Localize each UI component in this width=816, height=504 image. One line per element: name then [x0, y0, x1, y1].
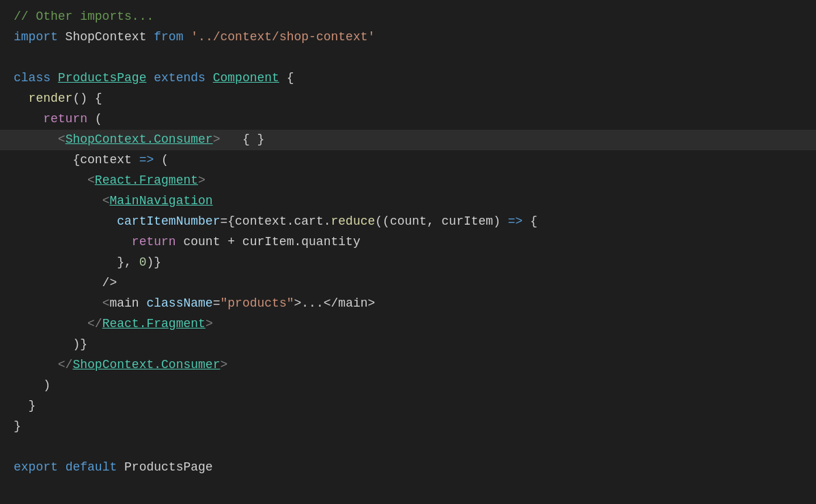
arrow-token: =>	[508, 212, 523, 232]
bracket-token: >	[213, 130, 221, 150]
extends-keyword: extends	[154, 68, 206, 88]
default-keyword: default	[66, 458, 117, 477]
plain-token	[146, 68, 154, 88]
code-line: )	[0, 376, 816, 396]
bracket-token: <	[87, 171, 95, 191]
code-line: </React.Fragment>	[0, 314, 816, 335]
code-line: )}	[0, 335, 816, 355]
string-token: "products"	[220, 294, 294, 313]
plain-token: {	[522, 212, 537, 232]
plain-token	[51, 68, 58, 88]
plain-token	[14, 294, 102, 313]
code-line: <MainNavigation	[0, 191, 816, 212]
tag-token: MainNavigation	[109, 191, 212, 211]
plain-token	[14, 355, 58, 375]
plain-token: main	[109, 294, 146, 313]
plain-token	[14, 212, 117, 232]
bracket-token: <	[58, 130, 66, 150]
plain-token	[183, 27, 191, 47]
plain-token: )}	[14, 335, 87, 354]
plain-token: {context	[14, 150, 139, 170]
plain-token: (	[154, 150, 169, 170]
plain-token: =	[213, 294, 221, 313]
plain-token: ShopContext	[58, 27, 154, 47]
bracket-token: >	[198, 171, 206, 191]
code-line: export default ProductsPage	[0, 458, 816, 478]
from-keyword: from	[154, 27, 183, 47]
method-token: render	[29, 89, 73, 109]
plain-token	[14, 191, 102, 211]
plain-token: (	[87, 109, 102, 129]
keyword-token: class	[14, 68, 51, 88]
code-line	[0, 437, 816, 458]
return-keyword: return	[132, 232, 176, 252]
code-line: }	[0, 417, 816, 437]
tag-token: ShopContext.Consumer	[72, 355, 220, 375]
plain-token: ={context.cart.	[220, 212, 330, 232]
code-line	[0, 48, 816, 68]
keyword-token: import	[14, 27, 58, 47]
code-line: }	[0, 396, 816, 417]
prop-token: cartItemNumber	[117, 212, 220, 232]
code-line: />	[0, 273, 816, 294]
method-token: reduce	[331, 212, 376, 232]
plain-token	[14, 130, 58, 150]
bracket-token: >	[206, 314, 213, 334]
bracket-token: </	[58, 355, 73, 375]
code-line: cartItemNumber={context.cart.reduce((cou…	[0, 212, 816, 232]
arrow-token: =>	[139, 150, 154, 170]
plain-token: }	[14, 396, 36, 416]
tag-token: ShopContext.Consumer	[66, 130, 213, 150]
bracket-token: <	[102, 294, 110, 313]
code-line: import ShopContext from '../context/shop…	[0, 27, 816, 48]
code-line: // Other imports...	[0, 7, 816, 27]
tag-token: React.Fragment	[102, 314, 206, 334]
plain-token: { }	[220, 130, 264, 150]
plain-token: () {	[72, 89, 102, 109]
bracket-token: <	[102, 191, 110, 211]
plain-token	[14, 109, 43, 129]
plain-token	[14, 314, 87, 334]
class-token: Component	[213, 68, 279, 88]
plain-token: )	[14, 376, 51, 395]
plain-token: ProductsPage	[117, 458, 212, 477]
plain-token	[206, 68, 213, 88]
bracket-token: >	[220, 355, 227, 375]
plain-token: />	[14, 273, 117, 293]
plain-token: )}	[146, 253, 161, 272]
plain-token: >...</main>	[294, 294, 376, 313]
plain-token: count + curItem.quantity	[176, 232, 361, 252]
comment-token: // Other imports...	[14, 7, 154, 27]
code-line: </ShopContext.Consumer>	[0, 355, 816, 376]
plain-token	[14, 171, 87, 191]
code-line: return count + curItem.quantity	[0, 232, 816, 253]
code-line: class ProductsPage extends Component {	[0, 68, 816, 89]
code-line-highlighted: <ShopContext.Consumer> { }	[0, 130, 816, 150]
prop-token: className	[146, 294, 212, 313]
code-line: {context => (	[0, 150, 816, 171]
code-line: return (	[0, 109, 816, 130]
plain-token: },	[14, 253, 139, 272]
code-editor: // Other imports... import ShopContext f…	[0, 0, 816, 504]
plain-token: }	[14, 417, 21, 436]
class-token: ProductsPage	[58, 68, 147, 88]
tag-token: React.Fragment	[95, 171, 198, 191]
plain-token	[14, 89, 29, 109]
plain-token	[14, 232, 132, 252]
number-token: 0	[139, 253, 147, 272]
bracket-token: </	[87, 314, 102, 334]
export-keyword: export	[14, 458, 58, 477]
code-line: <React.Fragment>	[0, 171, 816, 191]
plain-token	[58, 458, 66, 477]
plain-token: ((count, curItem)	[375, 212, 507, 232]
return-keyword: return	[43, 109, 87, 129]
string-token: '../context/shop-context'	[191, 27, 375, 47]
code-line: render() {	[0, 89, 816, 109]
code-line: }, 0)}	[0, 253, 816, 273]
code-line: <main className="products">...</main>	[0, 294, 816, 314]
plain-token: {	[279, 68, 294, 88]
